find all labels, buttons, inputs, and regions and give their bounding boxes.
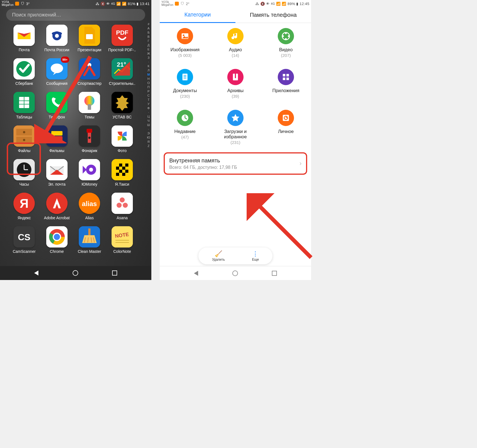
app-CamScanner[interactable]: CamScanner xyxy=(8,226,41,260)
internal-storage-card[interactable]: Внутренняя память Всего: 64 ГБ, доступно… xyxy=(164,152,307,175)
category-cat-recent[interactable]: Недавние(47) xyxy=(160,110,210,151)
nav-back-button[interactable] xyxy=(194,271,198,276)
app-Asana[interactable]: Asana xyxy=(106,193,139,226)
alphabet-index[interactable]: #АБВГДЕЖЗ·КЛМНОПРСТУФ·ЦЧШ·ЭЮЯZ xyxy=(147,22,150,148)
alpha-·[interactable]: · xyxy=(147,60,150,64)
alpha-Т[interactable]: Т xyxy=(147,98,150,101)
alpha-Л[interactable]: Л xyxy=(147,69,150,72)
tab-storage[interactable]: Память телефона xyxy=(235,7,311,23)
app-Clean Master[interactable]: Clean Master xyxy=(73,226,106,260)
alpha-У[interactable]: У xyxy=(147,102,150,106)
app-Я.Такси[interactable]: Я.Такси xyxy=(106,159,139,193)
action-more-button[interactable]: ⋮ Еще xyxy=(252,250,259,262)
alpha-П[interactable]: П xyxy=(147,85,150,89)
cat-images-icon xyxy=(177,28,193,44)
alpha-#[interactable]: # xyxy=(147,22,150,26)
nav-back-button[interactable] xyxy=(34,270,38,276)
alpha-А[interactable]: А xyxy=(147,27,150,30)
category-count: (207) xyxy=(281,53,291,58)
app-Почта России[interactable]: Почта России xyxy=(41,25,73,58)
app-Фонарик[interactable]: Фонарик xyxy=(73,125,106,159)
alpha-В[interactable]: В xyxy=(147,35,150,38)
app-label: Темы xyxy=(85,115,94,119)
category-cat-archives[interactable]: Архивы(39) xyxy=(210,69,261,110)
alpha-Д[interactable]: Д xyxy=(147,43,150,47)
tab-categories[interactable]: Категории xyxy=(160,7,235,23)
category-cat-apps[interactable]: Приложения xyxy=(261,69,311,110)
alpha-З[interactable]: З xyxy=(147,56,150,59)
alpha-Э[interactable]: Э xyxy=(147,132,150,135)
app-Телефон[interactable]: Телефон xyxy=(41,92,73,125)
mail-yandex-icon xyxy=(13,25,35,46)
nav-bar-left xyxy=(0,266,151,280)
app-label: Фильмы xyxy=(49,148,64,153)
battery-icon: ▮ xyxy=(136,2,139,6)
note-icon xyxy=(112,226,133,248)
app-Яндекс[interactable]: Яндекс xyxy=(8,193,41,226)
app-Презентации[interactable]: Презентации xyxy=(73,25,106,58)
category-cat-images[interactable]: Изображения(5 003) xyxy=(160,28,210,69)
app-Темы[interactable]: Темы xyxy=(73,92,106,125)
films-icon xyxy=(46,125,68,147)
alpha-Н[interactable]: Н xyxy=(147,77,150,80)
app-Фото[interactable]: Фото xyxy=(106,125,139,159)
app-Спортмастер[interactable]: Спортмастер xyxy=(73,58,106,92)
app-label: Простой PDF-.. xyxy=(108,48,136,52)
alpha-Ш[interactable]: Ш xyxy=(147,123,150,127)
alpha-Г[interactable]: Г xyxy=(147,39,150,43)
battery-icon: ▮ xyxy=(296,2,298,6)
category-cat-safe[interactable]: Личное xyxy=(261,110,311,151)
app-Chrome[interactable]: Chrome xyxy=(41,226,73,260)
app-УСТАВ ВС[interactable]: УСТАВ ВС xyxy=(106,92,139,125)
app-Фильмы[interactable]: Фильмы xyxy=(41,125,73,159)
alpha-·[interactable]: · xyxy=(147,111,150,114)
alpha-М[interactable]: М xyxy=(147,73,150,76)
app-Adobe Acrobat[interactable]: Adobe Acrobat xyxy=(41,193,73,226)
app-Сообщения[interactable]: 99+Сообщения xyxy=(41,58,73,92)
app-Эл. почта[interactable]: Эл. почта xyxy=(41,159,73,193)
broom-icon: 🧹 xyxy=(215,250,222,258)
alpha-Ж[interactable]: Ж xyxy=(147,52,150,55)
category-cat-docs[interactable]: Документы(230) xyxy=(160,69,210,110)
google-sheets-icon xyxy=(13,92,35,113)
nav-recents-button[interactable] xyxy=(112,270,117,276)
carrier-label: YOTAMegaFon xyxy=(2,1,13,6)
app-Alias[interactable]: Alias xyxy=(73,193,106,226)
app-Сбербанк[interactable]: Сбербанк xyxy=(8,58,41,92)
app-label: Строительны.. xyxy=(109,81,135,86)
search-input[interactable]: Поиск приложений… xyxy=(6,9,145,21)
app-Строительны..[interactable]: Строительны.. xyxy=(106,58,139,92)
chrome-icon xyxy=(46,226,68,248)
search-placeholder: Поиск приложений… xyxy=(12,12,61,18)
alpha-Б[interactable]: Б xyxy=(147,31,150,34)
category-cat-video[interactable]: Видео(207) xyxy=(261,28,311,69)
app-ЮMoney[interactable]: ЮMoney xyxy=(73,159,106,193)
alpha-О[interactable]: О xyxy=(147,81,150,85)
asana-icon xyxy=(112,193,133,214)
nav-recents-button[interactable] xyxy=(272,271,277,276)
nav-home-button[interactable] xyxy=(73,270,78,276)
category-cat-audio[interactable]: Аудио(14) xyxy=(210,28,261,69)
app-ColorNote[interactable]: ColorNote xyxy=(106,226,139,260)
alpha-Р[interactable]: Р xyxy=(147,90,150,93)
action-clean-button[interactable]: 🧹 Удалить xyxy=(212,250,225,262)
alpha-Ц[interactable]: Ц xyxy=(147,115,150,118)
alpha-Ю[interactable]: Ю xyxy=(147,136,150,139)
pdf-icon xyxy=(112,25,133,46)
nav-home-button[interactable] xyxy=(232,270,238,276)
alpha-К[interactable]: К xyxy=(147,64,150,68)
alpha-·[interactable]: · xyxy=(147,127,150,131)
alpha-Ч[interactable]: Ч xyxy=(147,119,150,122)
app-Простой PDF-..[interactable]: Простой PDF-.. xyxy=(106,25,139,58)
alpha-Z[interactable]: Z xyxy=(147,144,150,148)
eye-icon: 👁 xyxy=(106,2,110,6)
alpha-С[interactable]: С xyxy=(147,94,150,97)
category-cat-star[interactable]: Загрузки иизбранное(231) xyxy=(210,110,261,151)
alpha-Ф[interactable]: Ф xyxy=(147,106,150,110)
app-label: Adobe Acrobat xyxy=(44,216,70,220)
alpha-Я[interactable]: Я xyxy=(147,140,150,143)
app-label: Я.Такси xyxy=(115,182,129,186)
alpha-Е[interactable]: Е xyxy=(147,48,150,51)
app-Таблицы[interactable]: Таблицы xyxy=(8,92,41,125)
app-Почта[interactable]: Почта xyxy=(8,25,41,58)
